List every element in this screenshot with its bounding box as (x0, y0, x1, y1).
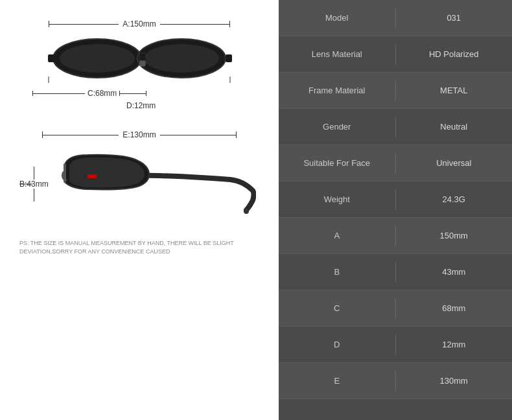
spec-value: Universal (396, 153, 513, 173)
line-d (120, 93, 146, 94)
svg-rect-12 (64, 163, 66, 183)
spec-value: 031 (396, 8, 513, 28)
spec-row: D12mm (279, 327, 512, 363)
side-view-section: E:130mm B:43mm (19, 130, 259, 255)
svg-point-1 (60, 44, 135, 73)
sunglasses-side-view (55, 142, 256, 226)
dim-d-label: D:12mm (126, 101, 156, 110)
spec-label: B (279, 262, 395, 282)
spec-row: Lens MaterialHD Polarized (279, 36, 512, 73)
sunglasses-top-view (19, 31, 259, 86)
right-panel: Model031Lens MaterialHD PolarizedFrame M… (279, 0, 512, 420)
spec-label: Lens Material (279, 44, 395, 64)
spec-label: D (279, 334, 395, 355)
dim-e-line: E:130mm (42, 130, 237, 139)
h-line-a (49, 24, 119, 25)
spec-label: C (279, 298, 395, 318)
tick-b-top (34, 167, 34, 180)
dim-b-container: B:43mm (19, 167, 49, 202)
dim-a-row: A:150mm (19, 19, 259, 29)
bottom-dims-row: C:68mm (19, 89, 259, 98)
side-view-wrapper: B:43mm (19, 142, 259, 226)
spec-row: Suitable For FaceUniversal (279, 145, 512, 181)
spec-value: 150mm (396, 226, 513, 246)
line-c (33, 93, 85, 94)
spec-value: 43mm (396, 262, 513, 282)
spec-label: Model (279, 8, 395, 28)
left-panel: A:150mm (0, 0, 279, 420)
h-line-e1 (43, 135, 119, 135)
dim-e-row: E:130mm (19, 130, 259, 139)
tick-e-right (236, 132, 237, 138)
spec-value: 24.3G (396, 189, 513, 209)
spec-value: 12mm (396, 334, 513, 355)
svg-rect-11 (87, 174, 97, 178)
spec-value: Neutral (396, 117, 513, 137)
spec-label: Frame Material (279, 80, 395, 100)
top-view-section: A:150mm (19, 19, 259, 111)
spec-label: Weight (279, 189, 395, 209)
dim-c-label: C:68mm (85, 89, 119, 98)
spec-label: Suitable For Face (279, 153, 395, 173)
svg-point-13 (244, 209, 249, 214)
spec-label: Gender (279, 117, 395, 137)
tick-d-right (146, 91, 146, 96)
spec-label: A (279, 226, 395, 246)
spec-label: E (279, 371, 395, 391)
dim-a-label: A:150mm (119, 19, 159, 29)
h-line-a2 (160, 24, 229, 25)
tick-b-bottom (34, 189, 34, 202)
spec-value: HD Polarized (396, 44, 513, 64)
spec-row: B43mm (279, 254, 512, 290)
h-line-e2 (160, 135, 236, 135)
dim-c-container: C:68mm (32, 89, 119, 98)
spec-row: C68mm (279, 290, 512, 327)
dim-d-container (119, 91, 146, 96)
svg-point-3 (144, 44, 219, 73)
dim-e-label: E:130mm (119, 130, 159, 139)
svg-point-8 (142, 60, 146, 67)
svg-rect-5 (48, 54, 54, 62)
sunglasses-side-svg (55, 142, 256, 226)
spec-row: Weight24.3G (279, 181, 512, 218)
spec-value: 130mm (396, 371, 513, 391)
spec-value: 68mm (396, 298, 513, 318)
spec-row: GenderNeutral (279, 109, 512, 145)
svg-rect-6 (226, 54, 232, 62)
tick-right (229, 21, 230, 27)
dim-a-line: A:150mm (49, 19, 230, 29)
dim-d-label-row: D:12mm (19, 99, 259, 111)
spec-row: Model031 (279, 0, 512, 36)
spec-row: Frame MaterialMETAL (279, 73, 512, 109)
spec-value: METAL (396, 80, 513, 100)
b-h-line (19, 184, 32, 185)
sunglasses-top-svg (45, 31, 233, 86)
ps-note: PS: THE SIZE IS MANUAL MEASUREMENT BY HA… (19, 239, 259, 255)
spec-row: A150mm (279, 218, 512, 254)
spec-row: E130mm (279, 363, 512, 399)
